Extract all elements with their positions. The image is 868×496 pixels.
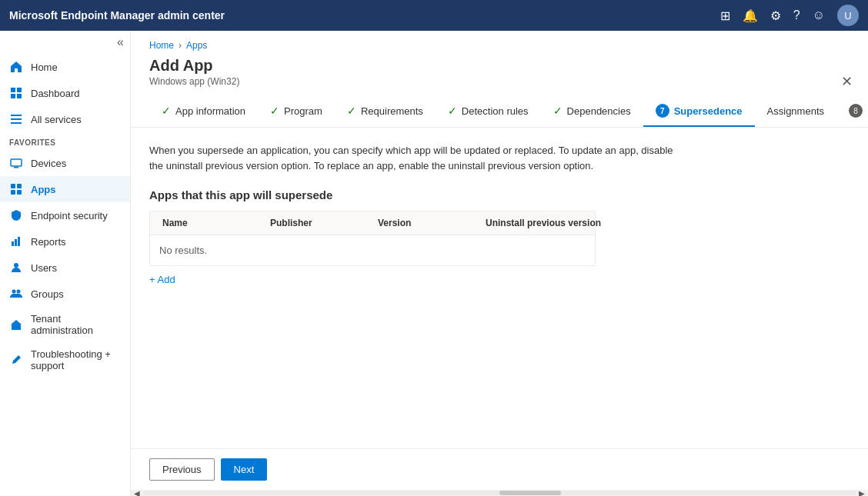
- check-icon: ✓: [347, 105, 356, 117]
- sidebar-item-all-services[interactable]: All services: [0, 106, 130, 132]
- emoji-icon[interactable]: ☺: [813, 8, 825, 22]
- sidebar-item-label: Endpoint security: [31, 210, 108, 221]
- table-header: Name Publisher Version Uninstall previou…: [150, 211, 595, 235]
- next-button[interactable]: Next: [221, 458, 268, 481]
- check-icon: ✓: [553, 105, 563, 117]
- svg-rect-7: [11, 159, 22, 166]
- sidebar-item-label: Home: [31, 62, 58, 73]
- tab-label: Requirements: [361, 105, 423, 117]
- sidebar-item-label: Apps: [31, 184, 56, 195]
- tab-label: Detection rules: [462, 105, 529, 117]
- col-name: Name: [159, 218, 267, 228]
- sidebar-item-label: Dashboard: [31, 88, 80, 99]
- sidebar-item-reports[interactable]: Reports: [0, 228, 130, 255]
- close-button[interactable]: ✕: [841, 73, 853, 90]
- check-icon: ✓: [162, 105, 171, 117]
- grid-icon[interactable]: ⊞: [720, 8, 730, 23]
- breadcrumb-separator: ›: [179, 40, 182, 51]
- sidebar-item-label: Troubleshooting + support: [31, 348, 121, 371]
- section-title: Apps that this app will supersede: [149, 188, 850, 201]
- table-container: Name Publisher Version Uninstall previou…: [149, 211, 596, 266]
- sidebar-item-tenant-administration[interactable]: Tenant administration: [0, 307, 130, 342]
- tab-label: Program: [284, 105, 322, 117]
- svg-rect-8: [14, 167, 18, 168]
- reports-icon: [9, 235, 23, 248]
- sidebar-collapse-button[interactable]: «: [0, 31, 130, 54]
- sidebar-item-apps[interactable]: Apps: [0, 176, 130, 202]
- svg-rect-11: [11, 190, 15, 195]
- sidebar-item-label: Users: [31, 262, 57, 274]
- shield-icon: [9, 208, 23, 222]
- sidebar: « Home Dashboard All services FAVORITES: [0, 31, 131, 496]
- sidebar-item-home[interactable]: Home: [0, 54, 130, 80]
- tab-label: Supersedence: [674, 105, 743, 117]
- scrollbar-area: ◀ ▶: [131, 490, 868, 496]
- sidebar-item-label: All services: [31, 114, 82, 125]
- groups-icon: [9, 287, 23, 301]
- check-icon: ✓: [270, 105, 279, 117]
- user-avatar[interactable]: U: [837, 5, 859, 26]
- sidebar-item-label: Reports: [31, 236, 66, 248]
- apps-icon: [9, 182, 23, 196]
- tab-badge: 8: [849, 104, 863, 118]
- app-title: Microsoft Endpoint Manager admin center: [9, 9, 720, 22]
- gear-icon[interactable]: ⚙: [770, 8, 781, 23]
- tab-program[interactable]: ✓ Program: [258, 97, 335, 126]
- svg-rect-3: [17, 94, 22, 98]
- no-results-text: No results.: [159, 245, 586, 256]
- sidebar-item-dashboard[interactable]: Dashboard: [0, 80, 130, 106]
- svg-rect-15: [18, 237, 20, 246]
- col-uninstall: Uninstall previous version: [482, 218, 606, 228]
- tab-supersedence[interactable]: 7 Supersedence: [643, 96, 755, 127]
- page-subtitle: Windows app (Win32): [149, 76, 850, 87]
- check-icon: ✓: [448, 105, 457, 117]
- svg-rect-1: [17, 88, 22, 92]
- tab-detection-rules[interactable]: ✓ Detection rules: [436, 97, 541, 126]
- tabs: ✓ App information ✓ Program ✓ Requiremen…: [131, 96, 868, 128]
- svg-rect-5: [11, 118, 22, 120]
- sidebar-item-troubleshooting[interactable]: Troubleshooting + support: [0, 342, 130, 378]
- bell-icon[interactable]: 🔔: [743, 8, 758, 23]
- svg-rect-9: [11, 184, 15, 188]
- scrollbar-thumb[interactable]: [499, 491, 561, 495]
- previous-button[interactable]: Previous: [149, 458, 215, 481]
- tab-app-information[interactable]: ✓ App information: [149, 97, 258, 126]
- help-icon[interactable]: ?: [793, 8, 800, 22]
- tab-badge: 7: [656, 104, 669, 118]
- dashboard-icon: [9, 86, 23, 100]
- tab-dependencies[interactable]: ✓ Dependencies: [541, 97, 643, 126]
- breadcrumb-home[interactable]: Home: [149, 40, 174, 51]
- add-link[interactable]: + Add: [149, 274, 175, 285]
- sidebar-item-groups[interactable]: Groups: [0, 281, 130, 307]
- svg-rect-13: [12, 241, 14, 246]
- tab-review-create[interactable]: 8 Review + create: [836, 96, 868, 127]
- tab-label: Dependencies: [567, 105, 631, 117]
- svg-point-18: [17, 290, 21, 294]
- svg-rect-4: [11, 115, 22, 116]
- tab-label: App information: [175, 105, 245, 117]
- svg-rect-6: [11, 122, 22, 124]
- description-text: When you supersede an application, you c…: [149, 143, 688, 173]
- breadcrumb-apps[interactable]: Apps: [186, 40, 207, 51]
- svg-rect-14: [15, 239, 17, 246]
- col-publisher: Publisher: [267, 218, 375, 228]
- tab-label: Assignments: [767, 105, 824, 117]
- tab-requirements[interactable]: ✓ Requirements: [335, 97, 436, 126]
- sidebar-item-label: Tenant administration: [31, 313, 121, 336]
- sidebar-item-users[interactable]: Users: [0, 255, 130, 281]
- svg-rect-19: [12, 325, 21, 330]
- services-icon: [9, 112, 23, 126]
- home-icon: [9, 60, 23, 74]
- devices-icon: [9, 156, 23, 170]
- col-version: Version: [375, 218, 482, 228]
- sidebar-item-devices[interactable]: Devices: [0, 150, 130, 176]
- sidebar-item-label: Groups: [31, 288, 64, 300]
- svg-rect-12: [17, 190, 22, 195]
- troubleshoot-icon: [9, 353, 23, 367]
- svg-rect-2: [11, 94, 15, 98]
- tab-assignments[interactable]: Assignments: [755, 98, 836, 126]
- sidebar-item-endpoint-security[interactable]: Endpoint security: [0, 202, 130, 228]
- svg-rect-0: [11, 88, 15, 92]
- topbar: Microsoft Endpoint Manager admin center …: [0, 0, 868, 31]
- page-title: Add App: [149, 57, 850, 75]
